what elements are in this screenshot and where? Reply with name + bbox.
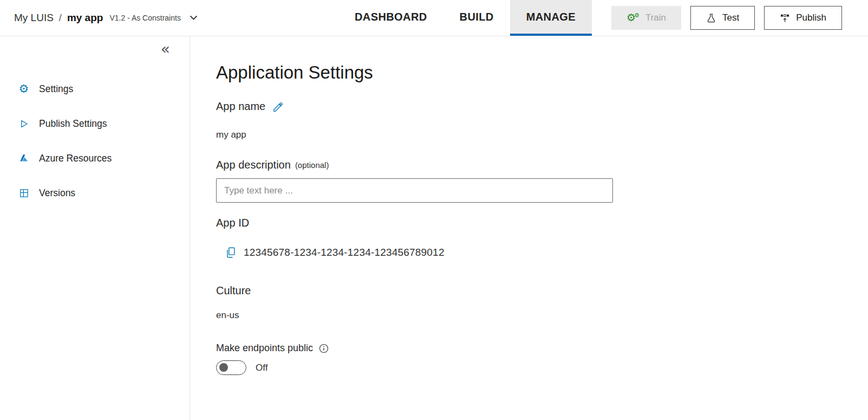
- topbar-spacer: [198, 0, 338, 36]
- top-navigation-bar: My LUIS / my app V1.2 - As Constraints D…: [0, 0, 868, 36]
- app-id-row: 12345678-1234-1234-1234-123456789012: [216, 247, 868, 259]
- version-label: V1.2 - As Constraints: [109, 14, 181, 22]
- versions-icon: [18, 187, 30, 199]
- publish-button-label: Publish: [796, 12, 826, 23]
- chevron-down-icon[interactable]: [190, 15, 198, 21]
- main-tabs: DASHBOARD BUILD MANAGE: [338, 0, 592, 36]
- culture-value: en-us: [216, 310, 868, 321]
- sidebar-nav: ⚙ Settings Publish Settings Azure Resour…: [0, 36, 190, 210]
- app-id-label: App ID: [216, 217, 868, 229]
- train-button-label: Train: [645, 12, 666, 23]
- app-id-value: 12345678-1234-1234-1234-123456789012: [244, 247, 445, 259]
- sidebar-item-versions[interactable]: Versions: [0, 176, 190, 210]
- app-name-value: my app: [216, 130, 868, 140]
- flask-icon: [706, 13, 716, 23]
- gear-icon: ⚙: [18, 83, 30, 95]
- breadcrumb-app-name: my app: [67, 12, 103, 24]
- sidebar-item-label: Versions: [39, 188, 75, 199]
- app-name-section: App name: [216, 100, 868, 113]
- copy-icon[interactable]: [225, 247, 237, 259]
- manage-sidebar: « ⚙ Settings Publish Settings: [0, 36, 190, 420]
- info-icon[interactable]: [318, 343, 329, 354]
- make-endpoints-public-label: Make endpoints public: [216, 343, 313, 354]
- endpoints-toggle-row: Off: [216, 360, 868, 375]
- sidebar-item-azure-resources[interactable]: Azure Resources: [0, 141, 190, 176]
- breadcrumb-separator: /: [59, 12, 62, 24]
- make-endpoints-public-section: Make endpoints public: [216, 343, 868, 354]
- tab-build[interactable]: BUILD: [443, 0, 510, 36]
- train-button[interactable]: ⚙⚙ Train: [611, 6, 681, 30]
- endpoints-toggle[interactable]: [216, 360, 246, 375]
- app-description-input[interactable]: [216, 178, 613, 203]
- page-title: Application Settings: [216, 62, 868, 83]
- application-settings-panel: Application Settings App name my app App…: [190, 36, 868, 420]
- optional-note: (optional): [295, 160, 329, 170]
- sidebar-item-label: Publish Settings: [39, 118, 107, 130]
- collapse-sidebar-icon[interactable]: «: [161, 42, 170, 57]
- toggle-state-label: Off: [256, 363, 267, 373]
- breadcrumb-my-luis[interactable]: My LUIS: [14, 12, 54, 24]
- app-description-label: App description: [216, 159, 291, 171]
- test-button[interactable]: Test: [690, 6, 755, 30]
- tab-dashboard[interactable]: DASHBOARD: [338, 0, 443, 36]
- app-name-label: App name: [216, 100, 265, 113]
- sidebar-item-settings[interactable]: ⚙ Settings: [0, 72, 190, 106]
- sidebar-item-label: Settings: [39, 83, 73, 95]
- app-description-section: App description (optional): [216, 159, 868, 171]
- page-body: « ⚙ Settings Publish Settings: [0, 36, 868, 420]
- sidebar-item-label: Azure Resources: [39, 153, 112, 164]
- azure-icon: [18, 152, 30, 164]
- sidebar-item-publish-settings[interactable]: Publish Settings: [0, 106, 190, 141]
- toggle-knob: [219, 363, 228, 372]
- gears-icon: ⚙⚙: [626, 12, 639, 23]
- publish-button[interactable]: Publish: [764, 6, 842, 30]
- edit-pencil-icon[interactable]: [272, 101, 284, 113]
- breadcrumb: My LUIS / my app V1.2 - As Constraints: [0, 0, 198, 36]
- tab-manage[interactable]: MANAGE: [510, 0, 592, 36]
- play-icon: [18, 118, 30, 130]
- topbar-actions: ⚙⚙ Train Test Publish: [611, 0, 868, 36]
- publish-icon: [780, 13, 790, 23]
- test-button-label: Test: [722, 12, 739, 23]
- culture-label: Culture: [216, 285, 868, 297]
